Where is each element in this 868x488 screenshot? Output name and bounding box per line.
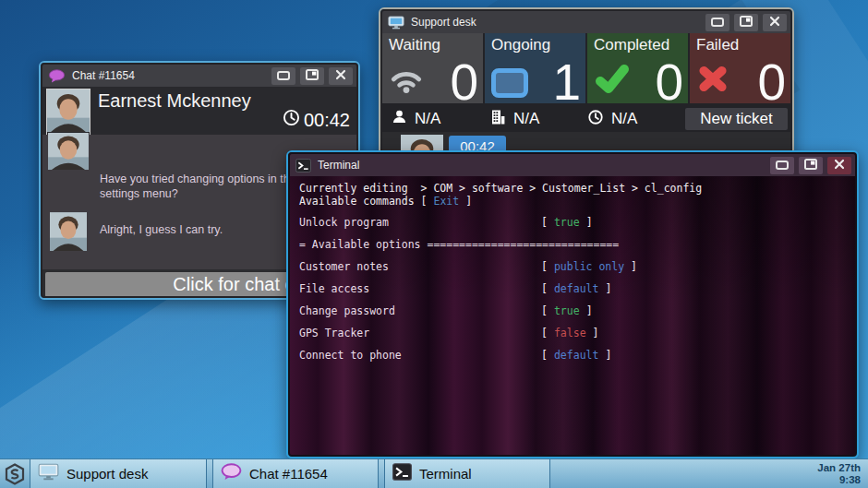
chat-titlebar[interactable]: Chat #11654 (42, 65, 356, 87)
counter-value: 0 (757, 57, 786, 108)
bracket: ] (605, 282, 611, 295)
close-icon (335, 67, 346, 84)
taskbar-item-label: Terminal (419, 466, 472, 482)
bracket: [ (541, 304, 548, 317)
chat-message: Have you tried changing options in the s… (100, 172, 298, 201)
bracket: [ (541, 327, 548, 339)
terminal-icon (295, 159, 311, 173)
chat-bubble-icon (48, 69, 66, 83)
bracket: [ (541, 282, 548, 295)
counter-label: Waiting (389, 36, 440, 54)
option-label: GPS Tracker (299, 327, 541, 339)
terminal-option-row: Unlock program[true] (299, 211, 855, 233)
chat-timer: 00:42 (283, 109, 350, 131)
ticket-info-row: N/A N/A N/A New ticket (382, 106, 790, 132)
person-icon (392, 109, 407, 129)
new-ticket-button[interactable]: New ticket (685, 108, 788, 130)
avatar (50, 212, 87, 255)
chat-header: Earnest Mckenney 00:42 (42, 87, 356, 135)
option-value[interactable]: default (554, 349, 598, 362)
chat-message: Alright, I guess I can try. (100, 222, 298, 237)
popout-icon (306, 67, 319, 84)
option-value[interactable]: default (554, 282, 598, 295)
bracket: ] (586, 216, 593, 229)
clock-icon (587, 109, 604, 130)
start-menu-logo[interactable] (0, 459, 30, 488)
taskbar-item-label: Support desk (66, 466, 148, 482)
popout-button[interactable] (734, 14, 758, 31)
popout-button[interactable] (799, 157, 823, 174)
terminal-content: Currently editing > COM > software > Cus… (290, 176, 855, 455)
waiting-counter: Waiting 0 (382, 33, 483, 103)
minimize-icon (776, 157, 789, 173)
commands-label: Available commands (299, 195, 415, 208)
cross-icon (696, 64, 729, 98)
building-icon (489, 109, 506, 130)
minimize-button[interactable] (705, 14, 729, 31)
ongoing-counter: Ongoing 1 (485, 33, 585, 103)
support-desk-titlebar[interactable]: Support desk (382, 11, 790, 33)
bracket: [ (541, 349, 548, 362)
window-title: Support desk (411, 16, 701, 29)
popout-icon (740, 14, 753, 30)
terminal-option-row: Customer notes[public only] (299, 256, 855, 278)
check-icon (594, 63, 631, 98)
option-label: Customer notes (299, 260, 541, 273)
bracket: ] (631, 260, 637, 273)
close-button[interactable] (329, 67, 353, 85)
popout-button[interactable] (300, 67, 324, 85)
avatar (46, 89, 90, 137)
taskbar-item-terminal[interactable]: Terminal (384, 459, 550, 488)
bracket: ] (593, 327, 599, 339)
wifi-icon (389, 66, 424, 98)
screen-icon (491, 68, 528, 98)
minimize-button[interactable] (271, 67, 295, 85)
terminal-titlebar[interactable]: Terminal (290, 154, 855, 176)
screen-icon (38, 463, 59, 484)
clock-icon (283, 109, 300, 131)
avatar (48, 133, 89, 173)
taskbar-clock[interactable]: Jan 27th 9:38 (817, 459, 868, 488)
bracket: ] (465, 195, 472, 208)
taskbar-item-label: Chat #11654 (249, 466, 328, 482)
taskbar-time: 9:38 (817, 474, 861, 486)
option-value[interactable]: public only (554, 260, 624, 273)
option-value[interactable]: false (554, 327, 586, 339)
taskbar-item-chat[interactable]: Chat #11654 (212, 459, 379, 488)
terminal-option-row: GPS Tracker[false] (299, 322, 855, 344)
popout-icon (804, 157, 817, 173)
close-button[interactable] (763, 14, 787, 31)
support-desk-window: Support desk Waiting 0 Ongoing 1 Complet… (379, 7, 794, 172)
company-info: N/A (489, 109, 587, 130)
option-label: Connect to phone (299, 349, 541, 362)
company-value: N/A (513, 110, 539, 128)
terminal-icon (392, 463, 412, 484)
option-label: File access (299, 282, 541, 295)
failed-counter: Failed 0 (690, 33, 790, 103)
taskbar-item-support-desk[interactable]: Support desk (30, 459, 207, 488)
counter-value: 1 (552, 57, 581, 108)
option-value[interactable]: true (554, 216, 580, 229)
time-value: N/A (611, 110, 637, 128)
option-label: Unlock program (299, 216, 541, 229)
minimize-icon (277, 67, 290, 84)
terminal-window: Terminal Currently editing > COM > softw… (286, 150, 859, 458)
terminal-option-row: Change password[true] (299, 300, 855, 322)
option-value[interactable]: true (554, 304, 580, 317)
minimize-icon (711, 14, 724, 30)
exit-command[interactable]: Exit (434, 195, 460, 208)
counter-value: 0 (655, 57, 683, 108)
counter-label: Ongoing (491, 36, 550, 54)
close-icon (769, 14, 780, 30)
bracket: ] (586, 304, 593, 317)
screen-icon (388, 16, 404, 30)
close-button[interactable] (827, 157, 851, 174)
bracket: [ (541, 260, 548, 273)
minimize-button[interactable] (770, 157, 794, 174)
option-label: Change password (299, 304, 541, 317)
counter-label: Failed (696, 36, 739, 54)
bracket: [ (541, 216, 548, 229)
bracket: ] (605, 349, 611, 362)
chat-bubble-icon (221, 463, 242, 484)
ticket-counters: Waiting 0 Ongoing 1 Completed 0 Failed 0 (382, 33, 790, 106)
